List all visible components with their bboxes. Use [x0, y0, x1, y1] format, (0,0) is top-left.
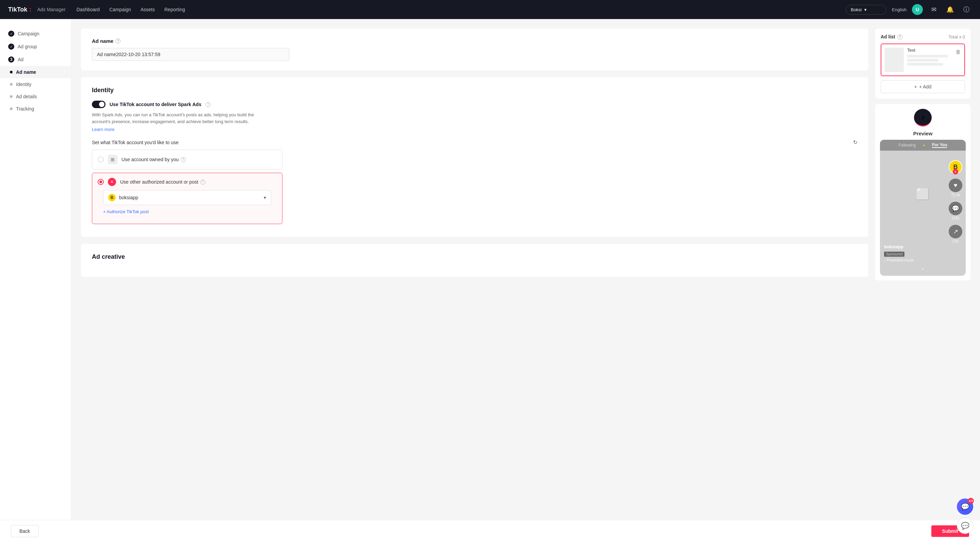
step-current-icon: 3 — [8, 57, 14, 63]
bell-icon[interactable]: 🔔 — [945, 4, 956, 15]
avatar[interactable]: U — [912, 4, 923, 15]
comment-icon: 💬 — [949, 202, 962, 215]
step-done-icon: ✓ — [8, 44, 14, 50]
delete-icon[interactable]: 🗑 — [956, 49, 961, 55]
ad-list-title: Ad list ? — [881, 34, 902, 40]
phone-share-btn[interactable]: ↗ 232 — [949, 225, 962, 243]
ad-card-text-label: Text — [907, 48, 952, 53]
tab-following[interactable]: Following — [899, 143, 916, 147]
spark-ads-toggle[interactable] — [92, 101, 105, 108]
plus-icon: + — [914, 84, 917, 89]
ad-name-help-icon[interactable]: ? — [115, 38, 121, 44]
main-content: Ad name ? Identity Use TikTok account to… — [72, 19, 980, 542]
ad-card-thumbnail — [885, 48, 904, 72]
sidebar: ✓ Campaign ✓ Ad group 3 Ad Ad name Ident… — [0, 19, 72, 542]
ad-card-info: Text — [907, 48, 952, 66]
nav-campaign[interactable]: Campaign — [109, 7, 131, 12]
follow-plus-icon: + — [953, 169, 958, 174]
spark-ads-desc: With Spark Ads, you can run a TikTok acc… — [92, 111, 269, 125]
chevron-down-icon: ▾ — [264, 195, 266, 200]
sidebar-item-identity[interactable]: Identity — [0, 78, 71, 90]
radio-authorized — [98, 179, 104, 185]
preview-label: Preview — [880, 131, 966, 136]
ad-list-total: Total x 0 — [949, 34, 965, 40]
sidebar-item-addetails[interactable]: Ad details — [0, 90, 71, 103]
ad-line — [907, 59, 939, 62]
dot-icon — [10, 71, 13, 73]
ad-creative-title: Ad creative — [92, 253, 858, 260]
spark-ads-label: Use TikTok account to deliver Spark Ads — [110, 101, 202, 107]
authorize-tiktok-link[interactable]: + Authorize TikTok post — [103, 209, 271, 214]
content-preview-layout: Ad name ? Identity Use TikTok account to… — [81, 29, 970, 284]
option1-help-icon[interactable]: ? — [181, 157, 186, 162]
add-button[interactable]: + + Add — [881, 80, 965, 93]
refresh-icon[interactable]: ↻ — [853, 139, 858, 146]
set-account-label-row: Set what TikTok account you'd like to us… — [92, 139, 858, 146]
top-navigation: TikTok: Ads Manager Dashboard Campaign A… — [0, 0, 980, 19]
phone-mockup: Following ✦ For You ⬜ B + — [880, 140, 966, 276]
option2-help-icon[interactable]: ? — [200, 179, 205, 185]
help-icon[interactable]: ⓘ — [961, 4, 972, 15]
chat-bubble-secondary[interactable]: 💬 — [957, 518, 973, 534]
ad-card: Text 🗑 — [881, 44, 965, 76]
nav-dashboard[interactable]: Dashboard — [76, 7, 100, 12]
account-option-authorized[interactable]: ✕ Use other authorized account or post ?… — [92, 173, 282, 224]
heart-icon: ♥ — [949, 179, 962, 192]
option-owned-label: Use account owned by you ? — [121, 157, 277, 162]
tiktok-preview-card: ♪ Preview Following ✦ For You ⬜ — [875, 104, 970, 281]
sparkle-icon: ✦ — [923, 144, 925, 147]
ad-name-input[interactable] — [92, 48, 289, 61]
nav-reporting[interactable]: Reporting — [164, 7, 185, 12]
message-icon: 💬 — [961, 521, 969, 530]
language-selector[interactable]: English — [892, 7, 907, 12]
chat-bubble-main[interactable]: 💬 1/3 — [957, 498, 973, 515]
sidebar-item-campaign[interactable]: ✓ Campaign — [0, 27, 71, 40]
account-selector[interactable]: Boksi ▾ — [846, 5, 886, 14]
phone-actions: B + ♥ 71.1k 💬 1281 — [949, 160, 962, 243]
step-done-icon: ✓ — [8, 31, 14, 37]
phone-top-bar: Following ✦ For You — [880, 140, 966, 151]
sidebar-item-adgroup[interactable]: ✓ Ad group — [0, 40, 71, 53]
like-count: 71.1k — [951, 193, 960, 197]
chat-icon: 💬 — [961, 502, 969, 511]
music-note-icon: ♪ — [921, 112, 925, 122]
dot-icon — [10, 108, 13, 110]
nav-assets[interactable]: Assets — [140, 7, 155, 12]
share-icon: ↗ — [949, 225, 962, 238]
phone-like-btn[interactable]: ♥ 71.1k — [949, 179, 962, 197]
sidebar-item-tracking[interactable]: Tracking — [0, 103, 71, 115]
logo-ads: Ads Manager — [37, 7, 65, 12]
phone-music: ♪ Promoted music — [884, 258, 945, 262]
identity-title: Identity — [92, 87, 858, 94]
ad-name-label: Ad name ? — [92, 38, 858, 44]
logo-tiktok: TikTok — [8, 6, 27, 13]
dot-icon — [10, 95, 13, 98]
account-option-owned[interactable]: ⊞ Use account owned by you ? — [92, 150, 282, 170]
preview-panel: Ad list ? Total x 0 Text — [875, 29, 970, 284]
identity-section: Identity Use TikTok account to deliver S… — [81, 77, 869, 237]
phone-arrow-icon: › — [922, 266, 924, 272]
ad-list-panel: Ad list ? Total x 0 Text — [875, 29, 970, 98]
ad-list-header: Ad list ? Total x 0 — [881, 34, 965, 40]
phone-comment-btn[interactable]: 💬 1281 — [949, 202, 962, 220]
ad-creative-section: Ad creative — [81, 244, 869, 277]
sidebar-item-adname[interactable]: Ad name — [0, 66, 71, 78]
spark-ads-toggle-row: Use TikTok account to deliver Spark Ads … — [92, 101, 858, 108]
ad-line — [907, 63, 943, 66]
content-left: Ad name ? Identity Use TikTok account to… — [81, 29, 869, 284]
inbox-icon[interactable]: ✉ — [928, 4, 939, 15]
preview-icon-area: ♪ — [880, 109, 966, 127]
share-count: 232 — [953, 239, 959, 243]
nav-links: Dashboard Campaign Assets Reporting — [76, 7, 835, 12]
ad-name-section: Ad name ? — [81, 29, 869, 70]
ad-list-help-icon[interactable]: ? — [897, 34, 902, 40]
radio-owned — [98, 157, 104, 163]
back-button[interactable]: Back — [11, 525, 38, 537]
sidebar-item-ad[interactable]: 3 Ad — [0, 53, 71, 66]
boksi-account-dropdown[interactable]: B boksiapp ▾ — [103, 190, 271, 205]
learn-more-link[interactable]: Learn more — [92, 127, 115, 132]
spark-ads-help-icon[interactable]: ? — [205, 102, 211, 107]
ad-line — [907, 55, 948, 57]
tab-foryou[interactable]: For You — [932, 143, 947, 148]
tiktok-icon: ♪ — [914, 109, 932, 127]
